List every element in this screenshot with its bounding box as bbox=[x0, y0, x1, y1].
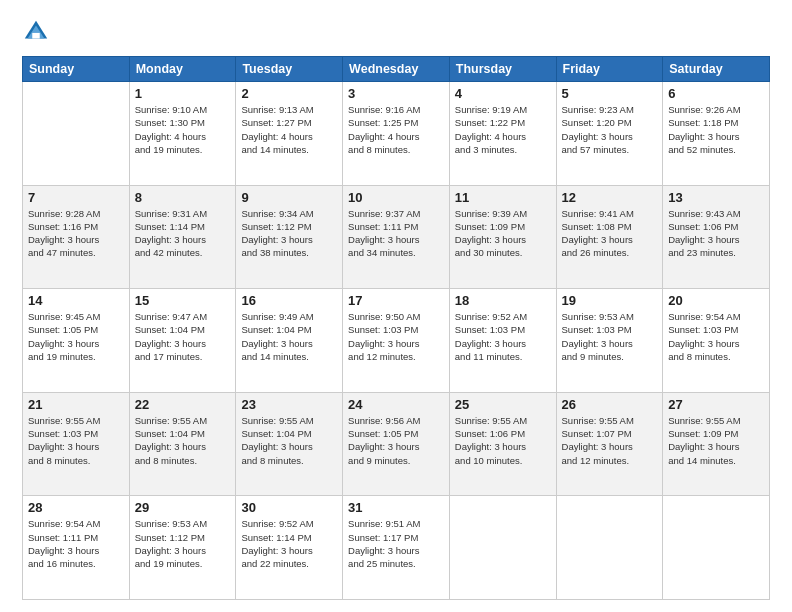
day-number: 27 bbox=[668, 397, 764, 412]
day-info: Sunrise: 9:54 AM Sunset: 1:03 PM Dayligh… bbox=[668, 310, 764, 363]
day-info: Sunrise: 9:53 AM Sunset: 1:12 PM Dayligh… bbox=[135, 517, 231, 570]
calendar-cell: 1Sunrise: 9:10 AM Sunset: 1:30 PM Daylig… bbox=[129, 82, 236, 186]
calendar-week-2: 7Sunrise: 9:28 AM Sunset: 1:16 PM Daylig… bbox=[23, 185, 770, 289]
day-number: 23 bbox=[241, 397, 337, 412]
day-number: 19 bbox=[562, 293, 658, 308]
calendar-week-1: 1Sunrise: 9:10 AM Sunset: 1:30 PM Daylig… bbox=[23, 82, 770, 186]
day-number: 3 bbox=[348, 86, 444, 101]
day-info: Sunrise: 9:45 AM Sunset: 1:05 PM Dayligh… bbox=[28, 310, 124, 363]
calendar-cell: 20Sunrise: 9:54 AM Sunset: 1:03 PM Dayli… bbox=[663, 289, 770, 393]
calendar-cell: 26Sunrise: 9:55 AM Sunset: 1:07 PM Dayli… bbox=[556, 392, 663, 496]
calendar-cell: 19Sunrise: 9:53 AM Sunset: 1:03 PM Dayli… bbox=[556, 289, 663, 393]
page: SundayMondayTuesdayWednesdayThursdayFrid… bbox=[0, 0, 792, 612]
day-number: 31 bbox=[348, 500, 444, 515]
day-info: Sunrise: 9:41 AM Sunset: 1:08 PM Dayligh… bbox=[562, 207, 658, 260]
day-info: Sunrise: 9:55 AM Sunset: 1:03 PM Dayligh… bbox=[28, 414, 124, 467]
day-number: 1 bbox=[135, 86, 231, 101]
day-info: Sunrise: 9:55 AM Sunset: 1:07 PM Dayligh… bbox=[562, 414, 658, 467]
calendar: SundayMondayTuesdayWednesdayThursdayFrid… bbox=[22, 56, 770, 600]
calendar-week-4: 21Sunrise: 9:55 AM Sunset: 1:03 PM Dayli… bbox=[23, 392, 770, 496]
calendar-cell: 6Sunrise: 9:26 AM Sunset: 1:18 PM Daylig… bbox=[663, 82, 770, 186]
day-info: Sunrise: 9:56 AM Sunset: 1:05 PM Dayligh… bbox=[348, 414, 444, 467]
logo-icon bbox=[22, 18, 50, 46]
day-number: 9 bbox=[241, 190, 337, 205]
calendar-cell: 22Sunrise: 9:55 AM Sunset: 1:04 PM Dayli… bbox=[129, 392, 236, 496]
day-number: 25 bbox=[455, 397, 551, 412]
day-info: Sunrise: 9:28 AM Sunset: 1:16 PM Dayligh… bbox=[28, 207, 124, 260]
day-header-wednesday: Wednesday bbox=[343, 57, 450, 82]
day-header-saturday: Saturday bbox=[663, 57, 770, 82]
day-number: 29 bbox=[135, 500, 231, 515]
day-number: 2 bbox=[241, 86, 337, 101]
day-info: Sunrise: 9:10 AM Sunset: 1:30 PM Dayligh… bbox=[135, 103, 231, 156]
calendar-cell: 2Sunrise: 9:13 AM Sunset: 1:27 PM Daylig… bbox=[236, 82, 343, 186]
calendar-cell: 18Sunrise: 9:52 AM Sunset: 1:03 PM Dayli… bbox=[449, 289, 556, 393]
calendar-cell: 13Sunrise: 9:43 AM Sunset: 1:06 PM Dayli… bbox=[663, 185, 770, 289]
day-info: Sunrise: 9:51 AM Sunset: 1:17 PM Dayligh… bbox=[348, 517, 444, 570]
calendar-cell: 14Sunrise: 9:45 AM Sunset: 1:05 PM Dayli… bbox=[23, 289, 130, 393]
calendar-cell: 21Sunrise: 9:55 AM Sunset: 1:03 PM Dayli… bbox=[23, 392, 130, 496]
calendar-cell: 31Sunrise: 9:51 AM Sunset: 1:17 PM Dayli… bbox=[343, 496, 450, 600]
day-number: 4 bbox=[455, 86, 551, 101]
day-number: 7 bbox=[28, 190, 124, 205]
calendar-cell: 16Sunrise: 9:49 AM Sunset: 1:04 PM Dayli… bbox=[236, 289, 343, 393]
day-number: 22 bbox=[135, 397, 231, 412]
day-info: Sunrise: 9:26 AM Sunset: 1:18 PM Dayligh… bbox=[668, 103, 764, 156]
day-info: Sunrise: 9:53 AM Sunset: 1:03 PM Dayligh… bbox=[562, 310, 658, 363]
day-info: Sunrise: 9:55 AM Sunset: 1:04 PM Dayligh… bbox=[135, 414, 231, 467]
calendar-cell: 27Sunrise: 9:55 AM Sunset: 1:09 PM Dayli… bbox=[663, 392, 770, 496]
day-info: Sunrise: 9:50 AM Sunset: 1:03 PM Dayligh… bbox=[348, 310, 444, 363]
day-number: 26 bbox=[562, 397, 658, 412]
calendar-cell: 8Sunrise: 9:31 AM Sunset: 1:14 PM Daylig… bbox=[129, 185, 236, 289]
calendar-cell: 4Sunrise: 9:19 AM Sunset: 1:22 PM Daylig… bbox=[449, 82, 556, 186]
calendar-cell: 24Sunrise: 9:56 AM Sunset: 1:05 PM Dayli… bbox=[343, 392, 450, 496]
calendar-cell bbox=[556, 496, 663, 600]
calendar-cell: 7Sunrise: 9:28 AM Sunset: 1:16 PM Daylig… bbox=[23, 185, 130, 289]
calendar-cell bbox=[23, 82, 130, 186]
svg-rect-2 bbox=[32, 33, 39, 39]
day-number: 14 bbox=[28, 293, 124, 308]
calendar-cell: 12Sunrise: 9:41 AM Sunset: 1:08 PM Dayli… bbox=[556, 185, 663, 289]
day-number: 5 bbox=[562, 86, 658, 101]
day-number: 8 bbox=[135, 190, 231, 205]
day-info: Sunrise: 9:52 AM Sunset: 1:14 PM Dayligh… bbox=[241, 517, 337, 570]
day-info: Sunrise: 9:34 AM Sunset: 1:12 PM Dayligh… bbox=[241, 207, 337, 260]
calendar-cell: 9Sunrise: 9:34 AM Sunset: 1:12 PM Daylig… bbox=[236, 185, 343, 289]
calendar-header-row: SundayMondayTuesdayWednesdayThursdayFrid… bbox=[23, 57, 770, 82]
day-number: 17 bbox=[348, 293, 444, 308]
day-info: Sunrise: 9:49 AM Sunset: 1:04 PM Dayligh… bbox=[241, 310, 337, 363]
day-number: 16 bbox=[241, 293, 337, 308]
calendar-cell: 5Sunrise: 9:23 AM Sunset: 1:20 PM Daylig… bbox=[556, 82, 663, 186]
day-number: 24 bbox=[348, 397, 444, 412]
day-info: Sunrise: 9:31 AM Sunset: 1:14 PM Dayligh… bbox=[135, 207, 231, 260]
day-info: Sunrise: 9:55 AM Sunset: 1:06 PM Dayligh… bbox=[455, 414, 551, 467]
day-number: 20 bbox=[668, 293, 764, 308]
day-header-friday: Friday bbox=[556, 57, 663, 82]
day-info: Sunrise: 9:23 AM Sunset: 1:20 PM Dayligh… bbox=[562, 103, 658, 156]
header bbox=[22, 18, 770, 46]
day-info: Sunrise: 9:19 AM Sunset: 1:22 PM Dayligh… bbox=[455, 103, 551, 156]
calendar-cell: 11Sunrise: 9:39 AM Sunset: 1:09 PM Dayli… bbox=[449, 185, 556, 289]
calendar-cell: 23Sunrise: 9:55 AM Sunset: 1:04 PM Dayli… bbox=[236, 392, 343, 496]
day-info: Sunrise: 9:39 AM Sunset: 1:09 PM Dayligh… bbox=[455, 207, 551, 260]
day-header-monday: Monday bbox=[129, 57, 236, 82]
day-number: 15 bbox=[135, 293, 231, 308]
day-info: Sunrise: 9:55 AM Sunset: 1:09 PM Dayligh… bbox=[668, 414, 764, 467]
day-number: 28 bbox=[28, 500, 124, 515]
logo bbox=[22, 18, 54, 46]
day-number: 21 bbox=[28, 397, 124, 412]
calendar-cell: 15Sunrise: 9:47 AM Sunset: 1:04 PM Dayli… bbox=[129, 289, 236, 393]
calendar-cell: 30Sunrise: 9:52 AM Sunset: 1:14 PM Dayli… bbox=[236, 496, 343, 600]
calendar-week-5: 28Sunrise: 9:54 AM Sunset: 1:11 PM Dayli… bbox=[23, 496, 770, 600]
day-number: 11 bbox=[455, 190, 551, 205]
day-number: 10 bbox=[348, 190, 444, 205]
day-header-sunday: Sunday bbox=[23, 57, 130, 82]
calendar-week-3: 14Sunrise: 9:45 AM Sunset: 1:05 PM Dayli… bbox=[23, 289, 770, 393]
day-info: Sunrise: 9:37 AM Sunset: 1:11 PM Dayligh… bbox=[348, 207, 444, 260]
day-info: Sunrise: 9:52 AM Sunset: 1:03 PM Dayligh… bbox=[455, 310, 551, 363]
day-info: Sunrise: 9:43 AM Sunset: 1:06 PM Dayligh… bbox=[668, 207, 764, 260]
calendar-cell: 17Sunrise: 9:50 AM Sunset: 1:03 PM Dayli… bbox=[343, 289, 450, 393]
calendar-cell: 29Sunrise: 9:53 AM Sunset: 1:12 PM Dayli… bbox=[129, 496, 236, 600]
calendar-cell: 3Sunrise: 9:16 AM Sunset: 1:25 PM Daylig… bbox=[343, 82, 450, 186]
calendar-cell bbox=[449, 496, 556, 600]
